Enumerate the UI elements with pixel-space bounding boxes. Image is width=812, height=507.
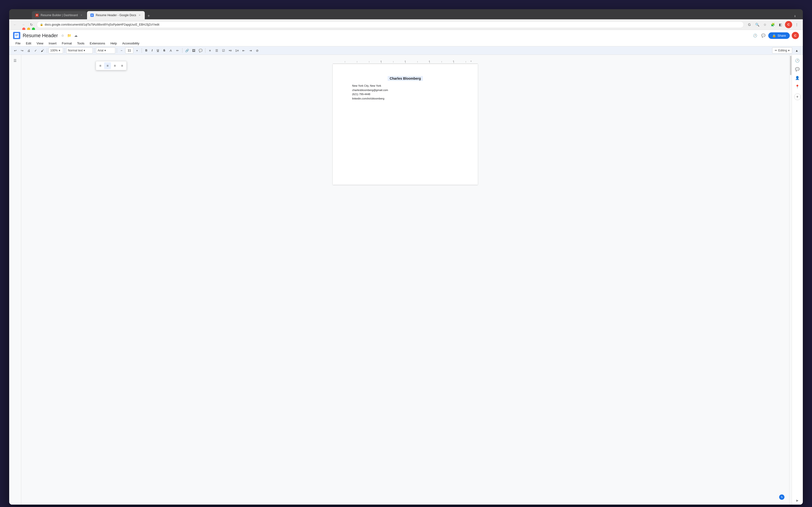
browser-window: R Resume Builder | Dashboard ✕ D Resume …: [9, 9, 406, 253]
paint-format-button[interactable]: 🖌: [39, 47, 45, 54]
tab-resume-builder[interactable]: R Resume Builder | Dashboard ✕: [32, 11, 87, 19]
tab-bar: R Resume Builder | Dashboard ✕ D Resume …: [9, 9, 406, 19]
docs-menu-row: File Edit View Insert Format Tools Exten…: [13, 41, 406, 46]
checklist-button[interactable]: ☑: [220, 47, 227, 54]
url-text: docs.google.com/document/d/1qITa79Az88xn…: [45, 23, 159, 26]
menu-help[interactable]: Help: [108, 41, 119, 46]
new-tab-button[interactable]: +: [145, 12, 152, 19]
menu-edit[interactable]: Edit: [23, 41, 34, 46]
svg-rect-0: [14, 33, 19, 38]
address-bar: ← → ↻ 🔒 docs.google.com/document/d/1qITa…: [9, 19, 406, 30]
docs-container: Resume Header ☆ 📁 ☁ 🕐 💬 🔒 Share C: [9, 30, 406, 253]
style-select[interactable]: Normal text ▾: [66, 47, 93, 54]
style-value: Normal text: [68, 49, 83, 52]
tab-google-docs[interactable]: D Resume Header - Google Docs ✕: [87, 11, 145, 19]
zoom-value: 100%: [50, 49, 58, 52]
font-size-decrease-button[interactable]: −: [118, 47, 125, 54]
doc-city[interactable]: New York City, New York: [352, 84, 406, 88]
menu-insert[interactable]: Insert: [46, 41, 59, 46]
indent-more-button[interactable]: ⇥: [248, 47, 254, 54]
align-right-popup-btn[interactable]: ≡: [111, 62, 118, 69]
underline-button[interactable]: U: [155, 47, 161, 54]
forward-button[interactable]: →: [20, 22, 26, 27]
clear-format-button[interactable]: ⊘: [254, 47, 260, 54]
doc-area[interactable]: 2 3 4 5 6 Charles Bloomberg New York Cit…: [21, 55, 406, 253]
tab-favicon-resume-builder: R: [35, 13, 39, 17]
tab-favicon-docs: D: [90, 13, 94, 17]
italic-button[interactable]: I: [150, 47, 154, 54]
doc-linkedin[interactable]: linkedin.com/in/cbloomberg: [352, 97, 406, 101]
docs-sidebar-left: ☰: [9, 55, 21, 253]
doc-phone[interactable]: (621) 799-4448: [352, 92, 406, 97]
docs-header: Resume Header ☆ 📁 ☁ 🕐 💬 🔒 Share C: [9, 30, 406, 46]
zoom-select[interactable]: 100% ▾: [49, 47, 63, 54]
font-select[interactable]: Arial ▾: [96, 47, 115, 54]
line-spacing-button[interactable]: ☰: [214, 47, 220, 54]
ruler: 2 3 4 5 6: [333, 60, 406, 64]
outline-icon[interactable]: ☰: [11, 57, 19, 64]
style-dropdown-icon: ▾: [84, 49, 85, 52]
docs-logo: [13, 32, 20, 39]
url-bar[interactable]: 🔒 docs.google.com/document/d/1qITa79Az88…: [37, 21, 406, 28]
tab-label-docs: Resume Header - Google Docs: [96, 13, 136, 17]
tab-close-resume-builder[interactable]: ✕: [80, 13, 83, 17]
docs-main: ☰: [9, 55, 406, 253]
reload-button[interactable]: ↻: [29, 22, 34, 27]
menu-extensions[interactable]: Extensions: [87, 41, 108, 46]
divider-3: [94, 48, 95, 53]
folder-icon[interactable]: 📁: [66, 33, 72, 38]
strikethrough-button[interactable]: S: [161, 47, 167, 54]
text-color-button[interactable]: A: [168, 47, 174, 54]
divider-4: [117, 48, 117, 53]
font-size-value: 11: [128, 49, 131, 52]
font-size-increase-button[interactable]: +: [134, 47, 140, 54]
doc-contact-block: New York City, New York charlesbloomberg…: [352, 84, 406, 101]
lock-icon: 🔒: [40, 23, 43, 26]
align-left-button[interactable]: ≡: [207, 47, 213, 54]
doc-email[interactable]: charlesbloomberg@gmail.com: [352, 88, 406, 93]
doc-page: Charles Bloomberg New York City, New Yor…: [333, 64, 406, 185]
indent-less-button[interactable]: ⇤: [241, 47, 247, 54]
link-button[interactable]: 🔗: [184, 47, 190, 54]
docs-title-icons: ☆ 📁 ☁: [60, 33, 78, 38]
divider-7: [205, 48, 205, 53]
zoom-dropdown-icon: ▾: [59, 49, 60, 52]
menu-view[interactable]: View: [34, 41, 46, 46]
print-button[interactable]: 🖨: [26, 47, 32, 54]
comment-toolbar-button[interactable]: 💬: [197, 47, 204, 54]
font-size-box[interactable]: 11: [125, 47, 134, 54]
redo-button[interactable]: ↪: [19, 47, 25, 54]
font-dropdown-icon: ▾: [104, 49, 106, 52]
divider-6: [182, 48, 183, 53]
bullet-list-button[interactable]: •≡: [227, 47, 234, 54]
docs-title: Resume Header: [23, 33, 58, 38]
bold-button[interactable]: B: [143, 47, 149, 54]
align-center-popup-btn[interactable]: ≡: [104, 62, 111, 69]
align-left-popup-btn[interactable]: ≡: [97, 62, 104, 69]
document-name[interactable]: Charles Bloomberg: [388, 76, 406, 81]
menu-format[interactable]: Format: [59, 41, 74, 46]
spellcheck-button[interactable]: ✓: [33, 47, 39, 54]
highlight-button[interactable]: ✏: [174, 47, 181, 54]
star-icon[interactable]: ☆: [60, 33, 65, 38]
divider-5: [142, 48, 142, 53]
menu-file[interactable]: File: [13, 41, 23, 46]
cloud-icon[interactable]: ☁: [73, 33, 78, 38]
alignment-popup: ≡ ≡ ≡ ≡: [96, 61, 126, 70]
tab-close-docs[interactable]: ✕: [138, 13, 141, 17]
numbered-list-button[interactable]: 1≡: [234, 47, 240, 54]
menu-accessibility[interactable]: Accessibility: [120, 41, 142, 46]
font-value: Arial: [98, 49, 103, 52]
image-button[interactable]: 🖼: [191, 47, 197, 54]
tab-label-resume-builder: Resume Builder | Dashboard: [41, 13, 78, 17]
divider-2: [64, 48, 65, 53]
docs-title-row: Resume Header ☆ 📁 ☁ 🕐 💬 🔒 Share C: [13, 32, 406, 39]
undo-button[interactable]: ↩: [12, 47, 18, 54]
docs-toolbar: ↩ ↪ 🖨 ✓ 🖌 100% ▾ Normal text ▾: [9, 46, 406, 55]
menu-tools[interactable]: Tools: [75, 41, 87, 46]
align-justify-popup-btn[interactable]: ≡: [119, 62, 125, 69]
back-button[interactable]: ←: [12, 22, 18, 27]
